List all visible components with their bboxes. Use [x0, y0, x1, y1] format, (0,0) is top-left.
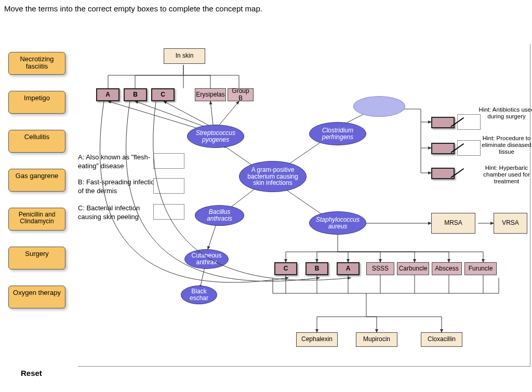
- node-center-gram-positive: A gram-positive bacterium causing skin i…: [239, 161, 307, 192]
- caption-a: A: Also known as "flesh-eating" disease: [78, 153, 164, 171]
- drop-slot-c-bottom[interactable]: C: [274, 262, 297, 275]
- hint-anchor-1: [457, 114, 481, 130]
- node-erysipelas: Erysipelas: [195, 88, 226, 101]
- node-mupirocin: Mupirocin: [356, 332, 397, 347]
- hint-procedure: Hint: Procedure to eliminate diseased ti…: [478, 135, 532, 156]
- node-carbuncle: Carbuncle: [397, 262, 429, 275]
- node-furuncle: Furuncle: [464, 262, 497, 275]
- node-abscess: Abscess: [432, 262, 462, 275]
- svg-line-10: [208, 226, 216, 249]
- drop-slot-caption-a[interactable]: [153, 153, 184, 169]
- reset-button[interactable]: Reset: [21, 369, 42, 377]
- term-penicillin-clindamycin[interactable]: Penicillin and Clindamycin: [8, 208, 65, 231]
- drop-slot-a-top[interactable]: A: [96, 88, 119, 101]
- hint-antibiotics: Hint: Antibiotics used during surgery: [478, 106, 532, 120]
- drop-slot-caption-c[interactable]: [153, 204, 184, 220]
- hint-hyperbaric: Hint: Hyperbaric chamber used for treatm…: [478, 165, 532, 185]
- svg-line-2: [164, 101, 209, 126]
- node-ssss: SSSS: [366, 262, 394, 275]
- drop-slot-caption-b[interactable]: [153, 178, 184, 194]
- drop-slot-c-top[interactable]: C: [151, 88, 175, 101]
- drop-slot-b-top[interactable]: B: [124, 88, 147, 101]
- term-cellulitis[interactable]: Cellulitis: [8, 130, 65, 153]
- svg-line-4: [218, 101, 239, 126]
- drop-slot-ellipse[interactable]: [353, 96, 405, 117]
- node-in-skin: In skin: [164, 48, 205, 64]
- svg-line-1: [135, 101, 206, 127]
- term-impetigo[interactable]: Impetigo: [8, 91, 65, 114]
- instructions: Move the terms into the correct empty bo…: [4, 4, 262, 13]
- drop-slot-b-bottom[interactable]: B: [305, 262, 328, 275]
- node-black-eschar: Black eschar: [181, 286, 217, 304]
- node-streptococcus-pyogenes: Streptococcus pyogenes: [187, 125, 244, 148]
- node-cephalexin: Cephalexin: [296, 332, 338, 347]
- term-gas-gangrene[interactable]: Gas gangrene: [8, 169, 65, 192]
- svg-line-0: [108, 101, 203, 130]
- caption-c: C: Bacterial infection causing skin peel…: [78, 204, 164, 222]
- drop-slot-a-bottom[interactable]: A: [337, 262, 360, 275]
- node-staphylococcus-aureus: Staphylococcus aureus: [309, 211, 366, 235]
- node-clostridium-perfringens: Clostridium perfringens: [309, 122, 366, 145]
- caption-b: B: Fast-spreading infection of the dermi…: [78, 178, 164, 196]
- node-cutaneous-anthrax: Cutaneous anthrax: [184, 249, 229, 269]
- node-vrsa: VRSA: [494, 213, 527, 234]
- node-group-b: Group B: [228, 88, 254, 101]
- node-cloxacillin: Cloxacillin: [421, 332, 462, 347]
- term-necrotizing-fasciitis[interactable]: Necrotizing fasciitis: [8, 52, 65, 75]
- node-mrsa: MRSA: [431, 213, 475, 234]
- node-bacillus-anthracis: Bacillus anthracis: [195, 205, 244, 226]
- term-oxygen-therapy[interactable]: Oxygen therapy: [8, 286, 65, 308]
- svg-line-3: [210, 101, 213, 125]
- hint-anchor-2: [457, 140, 481, 156]
- term-surgery[interactable]: Surgery: [8, 247, 65, 269]
- concept-map: In skin A B C Erysipelas Group B A: Also…: [78, 44, 530, 367]
